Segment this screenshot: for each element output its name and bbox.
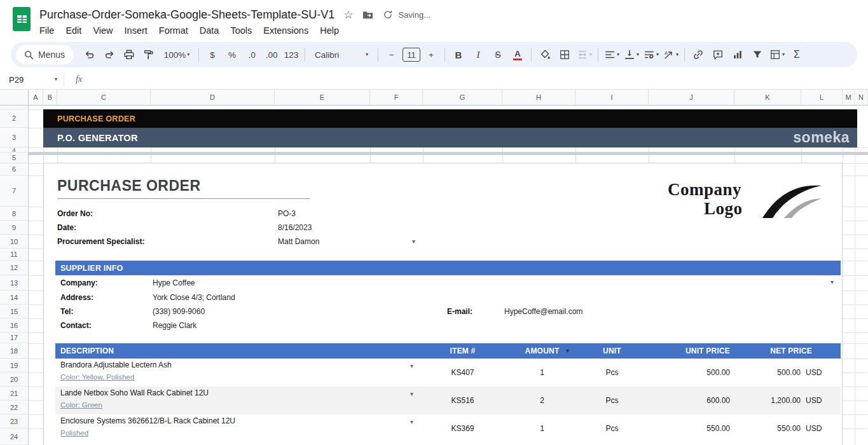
google-sheets-logo[interactable] — [13, 7, 31, 31]
row-header-2[interactable]: 2 — [0, 109, 28, 128]
item-description[interactable]: Brandora Adjustable Lectern Ash — [60, 360, 172, 369]
item-unit[interactable]: Pcs — [575, 395, 649, 406]
po-top-band[interactable]: PURCHASE ORDER — [43, 109, 857, 128]
item-unit-price[interactable]: 600.00 — [649, 395, 730, 406]
column-header-M[interactable]: M — [843, 90, 855, 105]
format-currency-button[interactable]: $ — [203, 46, 221, 64]
menus-search-button[interactable]: Menus — [16, 45, 74, 64]
item-unit[interactable]: Pcs — [575, 367, 649, 378]
item-row-3[interactable]: Enclosure Systems 3626612/B-L Rack Cabin… — [55, 414, 841, 442]
email-value[interactable]: HypeCoffe@email.com — [504, 306, 582, 317]
text-wrap-button[interactable]: ▾ — [642, 46, 660, 64]
tel-label[interactable]: Tel: — [60, 306, 73, 317]
document-title[interactable]: Purchase-Order-Someka-Google-Sheets-Temp… — [39, 8, 334, 22]
increase-decimal-button[interactable]: .00 — [263, 46, 280, 64]
address-value[interactable]: York Close 4/3; Cortland — [153, 292, 235, 303]
item-currency[interactable]: USD — [806, 395, 822, 406]
item-unit-price[interactable]: 500.00 — [649, 367, 730, 378]
menu-insert[interactable]: Insert — [119, 24, 153, 37]
increase-font-size-button[interactable]: + — [422, 46, 440, 64]
tel-value[interactable]: (338) 909-9060 — [153, 306, 205, 317]
row-header-13[interactable]: 13 — [0, 275, 28, 291]
insert-link-button[interactable] — [689, 46, 707, 64]
text-color-button[interactable]: A — [509, 46, 527, 64]
column-header-I[interactable]: I — [575, 90, 649, 105]
row-header-5[interactable]: 5 — [0, 153, 28, 163]
row-header-14[interactable]: 14 — [0, 291, 28, 305]
specialist-dropdown-icon[interactable]: ▾ — [412, 238, 415, 245]
item-dropdown-icon[interactable]: ▾ — [410, 363, 413, 369]
row-header-18[interactable]: 18 — [0, 343, 28, 359]
col-amount[interactable]: AMOUNT — [502, 343, 582, 359]
row-header-7[interactable]: 7 — [0, 175, 28, 207]
row-header-3[interactable]: 3 — [0, 128, 28, 147]
item-unit-price[interactable]: 550.00 — [649, 423, 730, 434]
merge-cells-button[interactable]: ▾ — [575, 46, 593, 64]
column-header-K[interactable]: K — [734, 90, 801, 105]
order-no-value[interactable]: PO-3 — [278, 208, 296, 219]
item-variant-link[interactable]: Polished — [60, 429, 88, 437]
text-rotation-button[interactable]: A ▾ — [662, 46, 680, 64]
column-header-B[interactable]: B — [43, 90, 57, 105]
col-description[interactable]: DESCRIPTION — [60, 343, 114, 359]
menu-tools[interactable]: Tools — [224, 24, 258, 37]
font-select[interactable]: Calibri▾ — [310, 46, 373, 64]
item-currency[interactable]: USD — [806, 367, 822, 378]
name-box[interactable]: P29 ▾ — [0, 75, 64, 85]
order-no-label[interactable]: Order No: — [57, 208, 93, 219]
item-number[interactable]: KS516 — [423, 395, 502, 406]
item-row-1[interactable]: Brandora Adjustable Lectern Ash ▾ Color:… — [55, 359, 841, 387]
item-dropdown-icon[interactable]: ▾ — [410, 391, 413, 397]
move-folder-icon[interactable] — [362, 9, 374, 21]
column-header-G[interactable]: G — [423, 90, 502, 105]
email-label[interactable]: E-mail: — [447, 306, 472, 317]
row-header-20[interactable]: 20 — [0, 373, 28, 387]
column-header-L[interactable]: L — [801, 90, 843, 105]
horizontal-align-button[interactable]: ▾ — [603, 46, 621, 64]
decrease-font-size-button[interactable]: − — [383, 46, 401, 64]
column-header-H[interactable]: H — [502, 90, 575, 105]
row-header-17[interactable]: 17 — [0, 332, 28, 343]
print-button[interactable] — [120, 46, 138, 64]
specialist-label[interactable]: Procurement Specialist: — [57, 236, 144, 247]
item-amount[interactable]: 1 — [502, 367, 582, 378]
item-net-price[interactable]: 1,200.00 — [734, 395, 801, 406]
italic-button[interactable]: I — [469, 46, 487, 64]
column-header-A[interactable]: A — [29, 90, 43, 105]
insert-chart-button[interactable] — [729, 46, 747, 64]
column-header-D[interactable]: D — [151, 90, 275, 105]
item-amount[interactable]: 2 — [502, 395, 582, 406]
row-header-12[interactable]: 12 — [0, 261, 28, 275]
company-value[interactable]: Hype Coffee — [153, 277, 195, 289]
row-header-24[interactable]: 24 — [0, 428, 28, 445]
menu-format[interactable]: Format — [153, 24, 194, 37]
borders-button[interactable] — [556, 46, 574, 64]
menu-help[interactable]: Help — [314, 24, 345, 37]
supplier-info-header[interactable]: SUPPLIER INFO — [55, 261, 841, 275]
date-value[interactable]: 8/16/2023 — [278, 222, 312, 233]
items-table-header[interactable]: DESCRIPTION ITEM # AMOUNT ▾ UNIT UNIT PR… — [55, 343, 841, 359]
column-header-N[interactable]: N — [855, 90, 868, 105]
specialist-value[interactable]: Matt Damon — [278, 236, 319, 247]
format-percent-button[interactable]: % — [223, 46, 241, 64]
col-unit-price[interactable]: UNIT PRICE — [649, 343, 730, 359]
row-header-23[interactable]: 23 — [0, 414, 28, 428]
more-formats-button[interactable]: 123 — [282, 46, 300, 64]
contact-value[interactable]: Reggie Clark — [153, 320, 196, 331]
formula-input[interactable] — [82, 70, 868, 89]
item-number[interactable]: KS369 — [423, 423, 502, 434]
column-header-F[interactable]: F — [370, 90, 423, 105]
item-variant-link[interactable]: Color: Green — [60, 401, 102, 409]
date-label[interactable]: Date: — [57, 222, 76, 233]
item-net-price[interactable]: 500.00 — [734, 367, 801, 378]
redo-button[interactable] — [100, 46, 118, 64]
po-generator-band[interactable]: P.O. GENERATOR someka — [43, 128, 857, 147]
contact-label[interactable]: Contact: — [60, 320, 92, 331]
bold-button[interactable]: B — [450, 46, 467, 64]
row-header-16[interactable]: 16 — [0, 318, 28, 332]
po-document-title[interactable]: PURCHASE ORDER — [57, 177, 201, 195]
item-description[interactable]: Enclosure Systems 3626612/B-L Rack Cabin… — [60, 416, 235, 425]
row-header-8[interactable]: 8 — [0, 207, 28, 221]
functions-button[interactable]: Σ — [788, 46, 806, 64]
column-header-C[interactable]: C — [57, 90, 151, 105]
